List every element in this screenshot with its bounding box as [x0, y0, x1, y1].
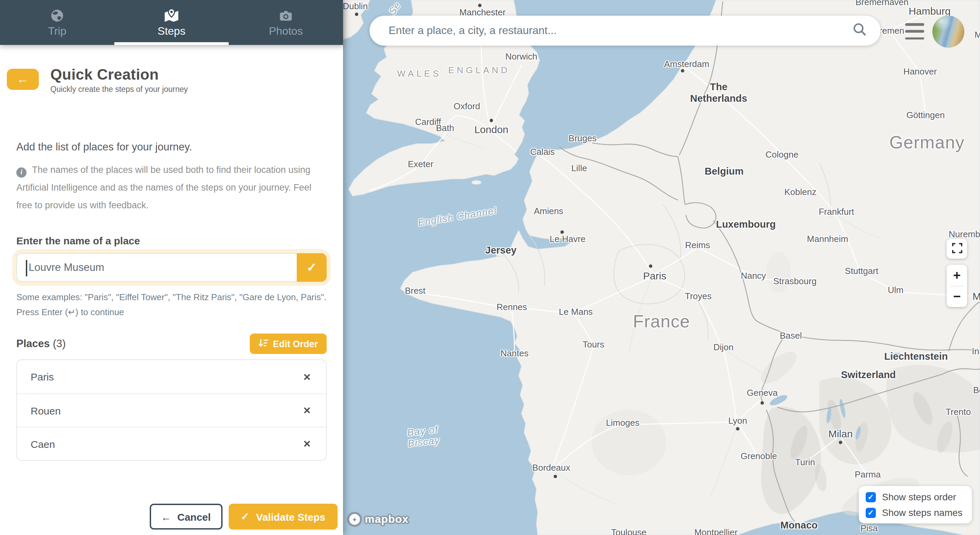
tab-trip[interactable]: Trip — [0, 0, 115, 45]
checkbox-show-steps-names[interactable]: ✓ — [865, 508, 876, 517]
menu-button[interactable] — [905, 23, 924, 40]
place-name: Rouen — [30, 404, 60, 416]
places-heading: Places (3) — [16, 338, 66, 350]
places-count-badge: (3) — [53, 338, 66, 349]
tab-bar: Trip Steps Photos — [0, 0, 343, 45]
avatar[interactable] — [932, 16, 964, 48]
places-list: Paris ✕ Rouen ✕ Caen ✕ — [16, 359, 327, 461]
back-button[interactable]: ← — [7, 69, 39, 90]
mapbox-logo[interactable]: ✦ mapbox — [347, 512, 409, 527]
sort-icon — [259, 338, 268, 350]
zoom-control: + − — [947, 265, 967, 307]
checkbox-label: Show steps order — [882, 492, 956, 502]
tab-label: Steps — [158, 25, 185, 37]
search-placeholder: Enter a place, a city, a restaurant... — [388, 24, 557, 37]
tab-steps[interactable]: Steps — [115, 0, 229, 45]
tab-label: Photos — [269, 25, 303, 37]
examples-hint: Some examples: "Paris", "Eiffel Tower", … — [16, 290, 327, 320]
page-title: Quick Creation — [50, 66, 188, 84]
sidebar: Trip Steps Photos ← Quick Creation Q — [0, 0, 343, 535]
zoom-out-button[interactable]: − — [947, 286, 967, 307]
remove-place-button[interactable]: ✕ — [302, 371, 312, 382]
fullscreen-button[interactable] — [947, 239, 967, 259]
globe-icon — [50, 8, 65, 23]
place-name-input[interactable] — [17, 254, 297, 281]
page-subtitle: Quickly create the steps of your journey — [50, 85, 188, 93]
place-row: Caen ✕ — [17, 427, 326, 460]
search-icon[interactable] — [852, 22, 867, 40]
back-arrow-icon: ← — [161, 511, 171, 522]
map-canvas[interactable]: DublinSeManchesterNorwichENGLANDWALESOxf… — [343, 0, 980, 535]
checkbox-show-steps-order[interactable]: ✓ — [865, 492, 876, 502]
map-base-art — [343, 0, 980, 535]
app-root: Trip Steps Photos ← Quick Creation Q — [0, 0, 980, 535]
sidebar-content: ← Quick Creation Quickly create the step… — [0, 45, 343, 535]
show-steps-names-row: ✓ Show steps names — [865, 507, 965, 518]
tab-label: Trip — [48, 25, 66, 37]
text-caret — [26, 260, 27, 276]
edit-order-button[interactable]: Edit Order — [250, 334, 327, 354]
camera-icon — [278, 8, 293, 23]
show-steps-order-row: ✓ Show steps order — [865, 492, 965, 502]
search-bar[interactable]: Enter a place, a city, a restaurant... — [369, 16, 881, 46]
place-row: Paris ✕ — [17, 360, 326, 393]
place-input-label: Enter the name of a place — [16, 225, 327, 247]
checkbox-label: Show steps names — [882, 507, 963, 518]
validate-steps-button[interactable]: ✓ Validate Steps — [228, 504, 337, 530]
info-paragraph: iThe names of the places will be used bo… — [16, 161, 327, 214]
intro-heading: Add the list of places for your journey. — [16, 141, 327, 153]
check-icon: ✓ — [240, 511, 249, 523]
info-icon: i — [16, 167, 27, 177]
fullscreen-icon — [952, 243, 962, 255]
map-options-panel: ✓ Show steps order ✓ Show steps names — [859, 486, 972, 524]
back-arrow-icon: ← — [17, 72, 29, 86]
check-icon: ✓ — [307, 261, 317, 274]
tab-photos[interactable]: Photos — [229, 0, 343, 45]
remove-place-button[interactable]: ✕ — [302, 405, 312, 416]
mapbox-icon: ✦ — [347, 512, 362, 527]
place-name: Caen — [30, 438, 55, 450]
cancel-button[interactable]: ← Cancel — [150, 504, 222, 530]
map-pin-icon — [163, 8, 180, 23]
place-row: Rouen ✕ — [17, 393, 326, 427]
confirm-place-button[interactable]: ✓ — [297, 253, 327, 282]
remove-place-button[interactable]: ✕ — [302, 438, 312, 449]
zoom-in-button[interactable]: + — [947, 265, 967, 285]
place-input-group: ✓ — [16, 253, 327, 282]
place-name: Paris — [30, 371, 54, 382]
